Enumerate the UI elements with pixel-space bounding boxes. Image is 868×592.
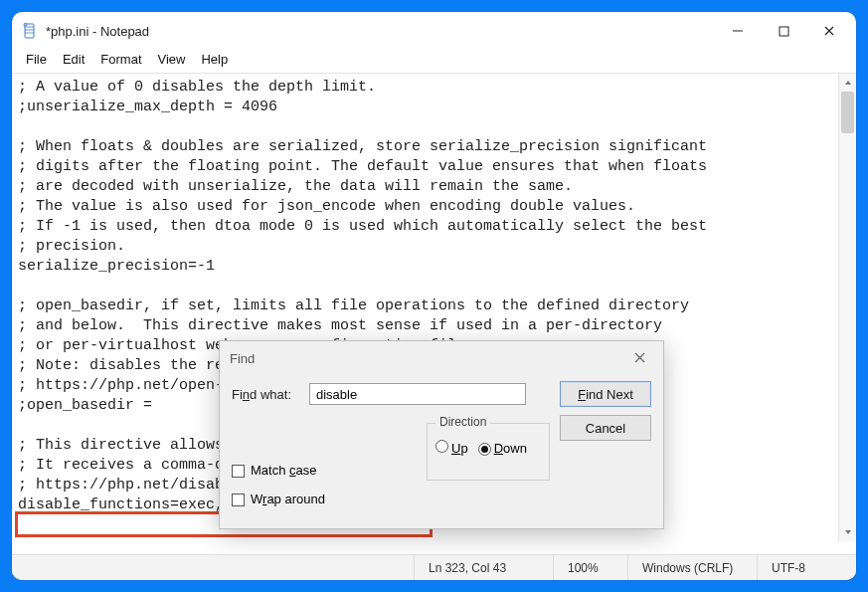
find-cancel-button[interactable]: Cancel	[560, 415, 651, 441]
title-bar: *php.ini - Notepad	[12, 12, 856, 50]
svg-rect-1	[24, 24, 27, 27]
find-close-button[interactable]	[625, 350, 653, 366]
find-dialog-titlebar[interactable]: Find	[220, 341, 663, 375]
find-dialog: Find Find what: Find Next Cancel Directi…	[219, 340, 664, 529]
match-case-checkbox[interactable]: Match case	[232, 463, 325, 478]
notepad-window: *php.ini - Notepad File Edit Format View…	[12, 12, 856, 580]
menu-edit[interactable]: Edit	[57, 50, 90, 69]
find-what-label: Find what:	[232, 387, 309, 402]
menu-bar: File Edit Format View Help	[12, 50, 856, 73]
status-line-ending: Windows (CRLF)	[627, 555, 757, 580]
direction-up-option[interactable]: Up	[435, 440, 468, 456]
menu-file[interactable]: File	[20, 50, 53, 69]
status-encoding: UTF-8	[757, 555, 856, 580]
scroll-down-arrow[interactable]	[839, 523, 856, 541]
scroll-thumb[interactable]	[841, 92, 854, 133]
editor-area: ; A value of 0 disables the depth limit.…	[12, 74, 856, 541]
menu-format[interactable]: Format	[94, 50, 147, 69]
status-position: Ln 323, Col 43	[414, 555, 553, 580]
status-bar: Ln 323, Col 43 100% Windows (CRLF) UTF-8	[12, 554, 856, 580]
minimize-button[interactable]	[715, 15, 761, 47]
close-button[interactable]	[806, 15, 852, 47]
maximize-button[interactable]	[761, 15, 806, 47]
find-what-input[interactable]	[309, 383, 526, 405]
svg-rect-2	[780, 27, 788, 36]
find-next-button[interactable]: Find Next	[560, 381, 651, 407]
scroll-up-arrow[interactable]	[839, 74, 856, 92]
direction-label: Direction	[435, 415, 490, 429]
wrap-around-checkbox[interactable]: Wrap around	[232, 492, 325, 506]
direction-down-option[interactable]: Down	[478, 441, 527, 456]
status-zoom: 100%	[553, 555, 627, 580]
direction-group: Direction Up Down	[427, 423, 550, 481]
find-dialog-title: Find	[230, 351, 255, 366]
document-icon	[22, 23, 38, 39]
menu-view[interactable]: View	[152, 50, 192, 69]
menu-help[interactable]: Help	[195, 50, 234, 69]
window-title: *php.ini - Notepad	[46, 24, 149, 39]
vertical-scrollbar[interactable]	[838, 74, 856, 541]
